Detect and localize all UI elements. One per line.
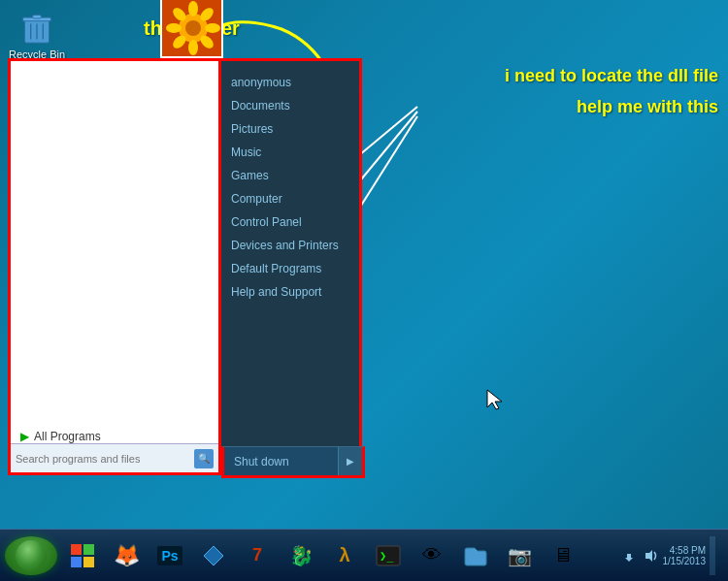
menu-item-games[interactable]: Games	[221, 164, 359, 187]
search-button[interactable]: 🔍	[194, 449, 214, 468]
svg-rect-5	[33, 15, 42, 18]
svg-text:❯_: ❯_	[380, 549, 394, 563]
menu-item-documents[interactable]: Documents	[221, 94, 359, 117]
taskbar-icon-eye[interactable]: 👁	[412, 535, 452, 576]
all-programs-arrow-icon: ▶	[20, 430, 29, 443]
menu-item-pictures[interactable]: Pictures	[221, 117, 359, 141]
search-icon: 🔍	[198, 453, 210, 464]
photoshop-icon: Ps	[157, 546, 182, 565]
unknown1-icon: 🐉	[289, 544, 314, 567]
menu-item-control-panel[interactable]: Control Panel	[221, 210, 359, 234]
svg-rect-29	[71, 557, 82, 567]
firefox-icon: 🦊	[114, 543, 140, 568]
svg-point-22	[188, 40, 198, 55]
tray-icon-volume[interactable]	[642, 547, 659, 565]
all-programs-label: All Programs	[34, 430, 101, 443]
all-programs-button[interactable]: ▶ All Programs	[20, 430, 101, 443]
menu-item-devices[interactable]: Devices and Printers	[221, 234, 359, 257]
svg-rect-30	[83, 557, 94, 567]
start-menu: ▶ All Programs 🔍 anonymous Documents Pic…	[8, 58, 362, 475]
svg-point-20	[205, 23, 220, 33]
svg-rect-28	[83, 544, 94, 555]
taskbar-icon-camera[interactable]: 📷	[499, 535, 540, 576]
shutdown-arrow-button[interactable]: ▶	[338, 447, 362, 475]
eye-icon: 👁	[422, 544, 442, 566]
menu-item-help[interactable]: Help and Support	[221, 280, 359, 304]
taskbar-icon-7zip[interactable]: 7	[237, 535, 278, 576]
taskbar: 🦊 Ps 7 🐉 λ ❯_	[0, 529, 728, 581]
taskbar-icon-explorer[interactable]	[455, 535, 496, 576]
start-menu-right-panel: anonymous Documents Pictures Music Games…	[221, 58, 362, 475]
annotation-help: help me with this	[577, 97, 718, 117]
display-icon: 🖥	[553, 544, 573, 566]
shutdown-button[interactable]: Shut down	[224, 455, 338, 468]
taskbar-icon-display[interactable]: 🖥	[543, 535, 583, 576]
shutdown-area: Shut down ▶	[221, 446, 365, 478]
clock[interactable]: 4:58 PM 1/15/2013	[663, 545, 707, 566]
desktop: Recycle Bin the border i need to locate …	[0, 0, 728, 529]
search-bar: 🔍	[11, 443, 218, 472]
taskbar-icon-windows[interactable]	[62, 535, 103, 576]
taskbar-icons-group: 🦊 Ps 7 🐉 λ ❯_	[62, 535, 620, 576]
taskbar-icon-lambda[interactable]: λ	[324, 535, 365, 576]
search-input[interactable]	[16, 453, 194, 465]
start-menu-left-panel: ▶ All Programs 🔍	[8, 58, 221, 475]
7zip-icon: 7	[252, 545, 262, 565]
menu-item-computer[interactable]: Computer	[221, 187, 359, 210]
svg-marker-34	[645, 550, 652, 562]
menu-item-default-programs[interactable]: Default Programs	[221, 257, 359, 280]
show-desktop-button[interactable]	[710, 536, 715, 575]
start-button[interactable]	[5, 536, 57, 575]
taskbar-icon-winamp[interactable]	[193, 535, 234, 576]
svg-marker-26	[487, 390, 502, 409]
tray-icon-network[interactable]	[620, 547, 638, 565]
menu-item-music[interactable]: Music	[221, 141, 359, 164]
system-tray: 4:58 PM 1/15/2013	[620, 536, 724, 575]
taskbar-icon-terminal[interactable]: ❯_	[368, 535, 409, 576]
date-display: 1/15/2013	[663, 556, 707, 566]
user-avatar	[160, 0, 223, 58]
annotation-dll: i need to locate the dll file	[505, 66, 718, 86]
svg-marker-31	[204, 546, 223, 565]
menu-item-anonymous[interactable]: anonymous	[221, 71, 359, 94]
taskbar-icon-firefox[interactable]: 🦊	[106, 535, 147, 576]
svg-point-17	[185, 20, 201, 36]
svg-point-24	[166, 23, 182, 33]
mouse-cursor	[485, 388, 505, 411]
taskbar-icon-unknown1[interactable]: 🐉	[281, 535, 321, 576]
camera-icon: 📷	[508, 544, 532, 567]
svg-rect-27	[71, 544, 82, 555]
start-orb-icon	[16, 540, 47, 571]
time-display: 4:58 PM	[663, 545, 707, 556]
lambda-icon: λ	[339, 544, 349, 566]
taskbar-icon-photoshop[interactable]: Ps	[149, 535, 190, 576]
svg-point-18	[188, 1, 198, 16]
recycle-bin-icon[interactable]: Recycle Bin	[8, 8, 66, 60]
